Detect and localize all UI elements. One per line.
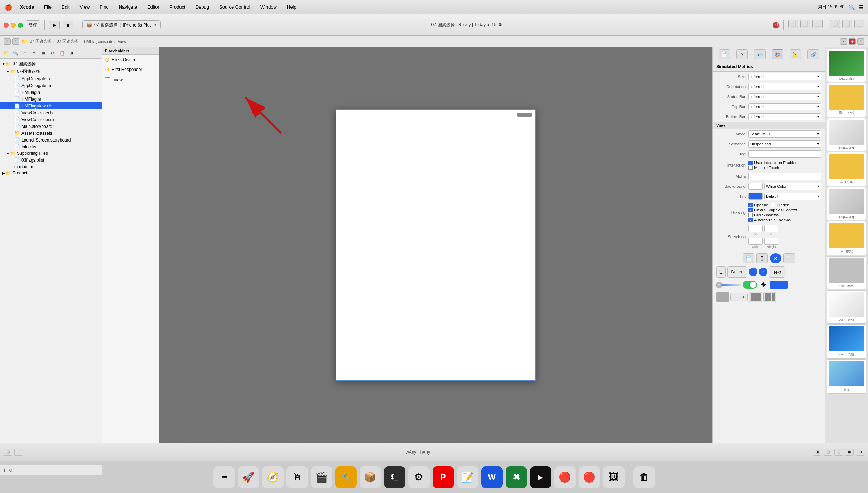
orientation-dropdown[interactable]: Inferred ▼ [748,83,821,90]
dock-picsearch[interactable]: P [433,466,454,488]
status-icon-right-4[interactable]: ⊞ [845,449,854,456]
breadcrumb-left-icon[interactable]: ‹ [840,38,847,45]
tree-item-hmflagh[interactable]: 📄 HMFlag.h [0,89,102,96]
tree-item-launchscreen[interactable]: 📄 LaunchScreen.storyboard [0,137,102,143]
stretch-x-input[interactable]: 0 [748,225,763,232]
view-debug-icon[interactable]: ⬜ [842,20,852,28]
thumb-zjl[interactable]: ZJL....etail [827,290,866,324]
tree-item-infoplist[interactable]: 📄 Info.plist [0,143,102,150]
minimize-button[interactable] [11,23,16,28]
tag-input[interactable]: 0 [748,150,821,158]
nav-debug-icon[interactable]: ▤ [40,50,47,56]
thumb-snip2[interactable]: snip....png [827,187,866,220]
hidden-checkbox[interactable]: Hidden [771,203,789,207]
menu-options-icon[interactable]: ☰ [859,4,864,10]
tint-swatch[interactable] [748,193,763,200]
inspector-identity-icon[interactable]: 🪪 [754,49,766,59]
statusbar-dropdown[interactable]: Inferred ▼ [748,93,821,100]
menu-file[interactable]: File [42,4,54,10]
view-inspector-icon[interactable]: ⬜ [854,20,864,28]
inspector-quick-help-icon[interactable]: ? [736,49,748,59]
size-value[interactable]: Inferred ▼ [748,73,821,80]
clears-graphics-cb[interactable]: ✓ [748,208,753,212]
breadcrumb-error-icon[interactable]: ⊗ [849,38,856,45]
status-icon-1[interactable]: ⊞ [4,449,12,456]
tree-item-assets[interactable]: 📁 Assets.xcassets [0,130,102,137]
nav-test-icon[interactable]: ✦ [31,50,37,56]
dock-media[interactable]: 🎬 [311,466,332,488]
stepper-widget[interactable]: − + [730,293,748,301]
dock-launchpad[interactable]: 🚀 [238,466,259,488]
inspector-size-icon[interactable]: 📐 [790,49,801,59]
thumb-ios1-test[interactable]: ios1...试题 [827,324,866,359]
tree-item-hmflagview[interactable]: 📄 HMFlagView.xib [0,102,102,109]
editor-standard-icon[interactable]: ⬜ [788,20,798,28]
grid-widget-2[interactable] [763,292,776,302]
tree-item-group[interactable]: ▼ 📁 07-国旗选择 [0,68,102,75]
tree-item-mainm[interactable]: m main.m [0,163,102,170]
background-swatch[interactable] [748,183,763,190]
background-dropdown[interactable]: White Color ▼ [764,183,821,190]
hidden-cb[interactable] [771,203,775,207]
menu-xcode[interactable]: Xcode [18,4,36,10]
alpha-input[interactable]: 1 [748,173,821,180]
stepper-plus[interactable]: + [739,293,748,301]
inspector-attr-icon[interactable]: 🎨 [772,49,783,59]
dock-safari[interactable]: 🧭 [262,466,284,488]
thumb-chedan[interactable]: 车丹分享 [827,152,866,186]
stepper-minus[interactable]: − [730,293,739,301]
menu-editor[interactable]: Editor [145,4,161,10]
dock-script[interactable]: ▶ [530,466,551,488]
status-icon-right-2[interactable]: ⊞ [824,449,832,456]
inspector-layout-icon[interactable]: ⬜ [783,253,795,263]
dock-terminal[interactable]: $_ [384,466,405,488]
stretch-h-input[interactable]: 1 [764,238,778,245]
dock-mouse[interactable]: 🖱 [286,466,308,488]
clip-subviews-cb[interactable] [748,213,753,217]
nav-report-icon[interactable]: 📋 [59,50,65,56]
nav-search-icon[interactable]: 🔍 [12,50,19,56]
pause-button[interactable]: 暂停 [26,20,40,29]
tree-item-viewcontrollerm[interactable]: 📄 ViewController.m [0,116,102,123]
maximize-button[interactable] [18,23,23,28]
dock-word[interactable]: W [481,466,503,488]
status-icon-right-5[interactable]: ⊙ [856,449,864,456]
breadcrumb-part-2[interactable]: 07-国旗选择 [57,39,78,44]
inspector-code-icon[interactable]: {} [756,253,768,263]
error-badge[interactable]: ⚠ 1 [773,22,779,28]
thumb-snip1[interactable]: snip....png [827,118,866,151]
thumb-ksi[interactable]: KSI....aster [827,256,866,289]
opaque-cb[interactable]: ✓ [748,203,753,207]
text-widget[interactable]: Text [769,266,785,278]
inspector-file-icon[interactable]: 📄 [719,49,730,59]
stop-button[interactable]: ⏹ [63,21,73,29]
mode-dropdown[interactable]: Scale To Fill ▼ [748,130,821,138]
user-interaction-checkbox[interactable]: ✓ User Interaction Enabled [748,161,821,165]
dock-tools[interactable]: 🔧 [335,466,357,488]
dock-preview[interactable]: 🖼 [603,466,625,488]
nav-more-icon[interactable]: ⊞ [68,50,74,56]
tree-item-products[interactable]: ▶ 📁 Products [0,170,102,176]
inspector-target-icon[interactable]: ⊙ [770,253,781,263]
menu-source-control[interactable]: Source Control [217,4,252,10]
view-navigator-icon[interactable]: ⬜ [830,20,840,28]
ib-view-item[interactable]: View [102,76,159,84]
topbar-dropdown[interactable]: Inferred ▼ [748,103,821,110]
stretch-y-input[interactable]: 0 [764,225,778,232]
dock-settings[interactable]: ⚙ [408,466,430,488]
apple-menu[interactable]: 🍎 [4,3,12,11]
menu-navigate[interactable]: Navigate [117,4,139,10]
tint-dropdown[interactable]: Default ▼ [764,193,821,200]
multiple-touch-checkbox[interactable]: Multiple Touch [748,166,821,170]
grid-widget-1[interactable] [749,292,762,302]
dock-notes[interactable]: 📝 [457,466,478,488]
status-icon-right-3[interactable]: ⊞ [834,449,843,456]
dock-app3[interactable]: 🔴 [579,466,600,488]
size-dropdown[interactable]: Inferred ▼ [748,73,821,80]
breadcrumb-right-icon[interactable]: › [857,38,864,45]
tree-item-flagsplist[interactable]: 📄 03flags.plist [0,157,102,163]
num-1-widget[interactable]: 1 [749,268,757,276]
user-interaction-cb[interactable]: ✓ [748,161,753,165]
dock-app2[interactable]: 🔴 [554,466,576,488]
close-button[interactable] [4,23,9,28]
